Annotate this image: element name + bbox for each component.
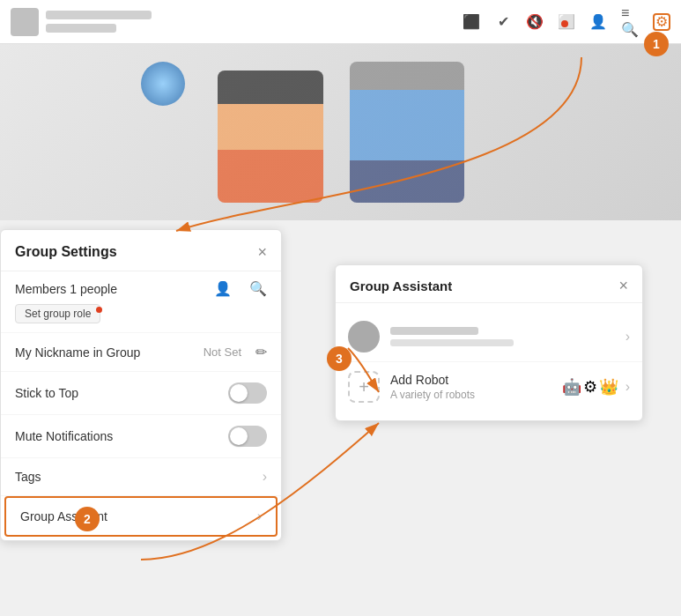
- tags-label: Tags: [15, 470, 263, 484]
- group-assistant-panel: Group Assistant × › 3 + Add Robot A vari…: [335, 264, 643, 421]
- close-button[interactable]: ×: [257, 244, 267, 260]
- emoji-gear-icon: ⚙: [583, 377, 597, 397]
- role-dot: [96, 307, 102, 313]
- toggle-knob-mute: [230, 427, 248, 445]
- members-row: Members 1 people 👤 🔍 Set group role: [1, 271, 281, 333]
- nickname-value: Not Set: [204, 345, 241, 359]
- figure-man: [350, 62, 464, 203]
- robot-info: [390, 327, 625, 346]
- add-robot-item[interactable]: + Add Robot A variety of robots 🤖 ⚙ 👑 ›: [336, 362, 642, 412]
- top-bar-left: [11, 8, 463, 36]
- tags-row[interactable]: Tags ›: [1, 458, 281, 496]
- task-icon[interactable]: ✔: [494, 13, 512, 31]
- members-top: Members 1 people 👤 🔍: [15, 280, 267, 297]
- robot-list-item[interactable]: ›: [336, 312, 642, 362]
- group-assistant-label: Group Assistant: [20, 509, 257, 523]
- mute-icon[interactable]: 🔇: [526, 13, 544, 31]
- search-members-icon[interactable]: ≡🔍: [621, 13, 639, 31]
- toolbar-icons: ⬛ ✔ 🔇 ⬜ 👤 ≡🔍 ⚙: [463, 13, 670, 31]
- ga-header: Group Assistant ×: [336, 265, 642, 303]
- ga-body: › 3 + Add Robot A variety of robots 🤖 ⚙ …: [336, 303, 642, 420]
- nickname-row: My Nickname in Group Not Set ✏: [1, 333, 281, 372]
- group-settings-panel: Group Settings × Members 1 people 👤 🔍 Se…: [0, 229, 282, 541]
- robot-emoji-icons: 🤖 ⚙ 👑: [562, 377, 618, 397]
- members-icons: 👤 🔍: [205, 280, 267, 297]
- banner-figures: [218, 62, 464, 203]
- add-robot-subtitle: A variety of robots: [390, 389, 562, 401]
- add-member-icon[interactable]: 👤: [214, 280, 232, 297]
- set-group-role-button[interactable]: Set group role: [15, 304, 100, 323]
- mute-notifications-row: Mute Notifications: [1, 415, 281, 458]
- panel-body: Members 1 people 👤 🔍 Set group role My N…: [1, 271, 281, 537]
- members-label: Members 1 people: [15, 282, 117, 296]
- add-robot-chevron-icon: ›: [625, 379, 630, 395]
- tags-chevron-icon: ›: [263, 469, 267, 485]
- add-robot-info: Add Robot A variety of robots: [390, 373, 562, 401]
- edit-nickname-icon[interactable]: ✏: [255, 344, 267, 360]
- stick-to-top-label: Stick to Top: [15, 386, 228, 400]
- panel-header: Group Settings ×: [1, 230, 281, 271]
- panel-title: Group Settings: [15, 244, 117, 260]
- badge-1: 1: [644, 32, 669, 56]
- settings-gear-icon[interactable]: ⚙: [653, 13, 670, 31]
- robot-avatar: [348, 321, 380, 353]
- badge-3: 3: [327, 346, 352, 371]
- members-icon[interactable]: 👤: [589, 13, 607, 31]
- nickname-label: My Nickname in Group: [15, 345, 204, 360]
- group-assistant-row[interactable]: Group Assistant ›: [4, 496, 278, 537]
- ga-title: Group Assistant: [350, 278, 452, 293]
- emoji-robot-icon: 🤖: [562, 377, 581, 397]
- stick-to-top-row: Stick to Top: [1, 372, 281, 415]
- ga-close-button[interactable]: ×: [618, 278, 628, 293]
- add-robot-plus-icon: +: [348, 371, 380, 403]
- badge-2: 2: [75, 507, 100, 531]
- robot-name-placeholder: [390, 327, 478, 335]
- group-assistant-chevron-icon: ›: [257, 508, 262, 524]
- add-robot-title: Add Robot: [390, 373, 562, 387]
- top-bar: ⬛ ✔ 🔇 ⬜ 👤 ≡🔍 ⚙: [0, 0, 681, 44]
- chat-banner: [0, 44, 681, 220]
- figure-woman: [218, 71, 323, 203]
- record-icon[interactable]: ⬜: [558, 13, 575, 31]
- globe-decoration: [141, 62, 185, 106]
- record-notif-dot: [561, 20, 568, 27]
- robot-item-chevron-icon: ›: [625, 329, 630, 345]
- chat-avatar: [11, 8, 39, 36]
- robot-desc-placeholder: [390, 339, 514, 346]
- emoji-crown-icon: 👑: [599, 377, 618, 397]
- chat-sub-placeholder: [46, 24, 116, 33]
- search-member-icon[interactable]: 🔍: [249, 280, 267, 297]
- mute-notifications-toggle[interactable]: [228, 426, 267, 447]
- video-icon[interactable]: ⬛: [463, 13, 480, 31]
- stick-to-top-toggle[interactable]: [228, 382, 267, 404]
- toggle-knob: [230, 384, 248, 402]
- chat-name-placeholder: [46, 11, 152, 19]
- mute-notifications-label: Mute Notifications: [15, 429, 228, 443]
